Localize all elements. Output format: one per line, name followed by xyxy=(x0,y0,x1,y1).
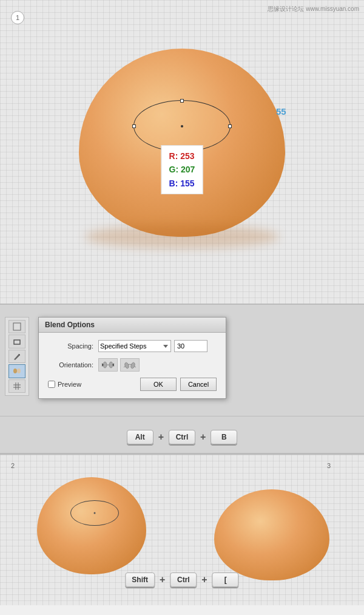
tool-grid[interactable] xyxy=(8,379,25,393)
dialog-body: Spacing: Specified Steps Specified Dista… xyxy=(39,333,226,398)
egg-2 xyxy=(32,477,150,583)
orient-align-to-page[interactable] xyxy=(98,358,118,372)
center-dot xyxy=(181,125,183,127)
plus-4: + xyxy=(201,574,207,585)
dialog-section: Blend Options Spacing: Specified Steps S… xyxy=(0,304,364,416)
handle-left xyxy=(132,124,136,128)
key-ctrl-1: Ctrl xyxy=(169,430,195,444)
preview-checkbox-group: Preview xyxy=(48,381,81,388)
ok-button[interactable]: OK xyxy=(140,378,177,391)
plus-1: + xyxy=(158,432,164,443)
svg-point-15 xyxy=(130,362,135,369)
egg-shadow xyxy=(85,225,279,249)
toolbar-strip xyxy=(5,317,29,396)
cancel-button[interactable]: Cancel xyxy=(180,378,217,391)
handle-top xyxy=(180,99,184,103)
egg-main-container: 105 55 R: 253 G: 207 B: 155 xyxy=(70,30,294,255)
color-swatch: R: 253 G: 207 B: 155 xyxy=(161,145,203,194)
shortcut-row-2: Shift + Ctrl + [ xyxy=(125,573,238,587)
color-g-value: G: 207 xyxy=(169,163,195,176)
shortcut-row-1: Alt + Ctrl + B xyxy=(0,425,364,449)
key-ctrl-2: Ctrl xyxy=(170,573,197,587)
watermark: 思缘设计论坛 www.missyuan.com xyxy=(268,5,359,13)
dialog-buttons: Preview OK Cancel xyxy=(48,378,217,391)
center-dot-2 xyxy=(93,512,95,514)
svg-rect-2 xyxy=(14,340,20,344)
blend-options-dialog: Blend Options Spacing: Specified Steps S… xyxy=(38,317,226,399)
plus-3: + xyxy=(160,574,165,585)
key-bracket: [ xyxy=(212,573,239,587)
dimension-vertical: 55 xyxy=(276,106,286,117)
svg-point-4 xyxy=(17,369,21,373)
inner-ellipse-2 xyxy=(70,500,119,526)
key-b: B xyxy=(211,430,237,444)
egg-body-2 xyxy=(37,477,146,574)
step-badge-2: 2 xyxy=(11,462,15,469)
color-b-value: B: 155 xyxy=(169,177,195,190)
svg-point-14 xyxy=(124,362,129,369)
preview-label[interactable]: Preview xyxy=(58,381,81,388)
orientation-options xyxy=(98,358,140,372)
orientation-label: Orientation: xyxy=(48,361,93,369)
svg-rect-1 xyxy=(15,324,19,329)
key-alt: Alt xyxy=(127,430,153,444)
tool-pencil[interactable] xyxy=(8,350,25,363)
spacing-row: Spacing: Specified Steps Specified Dista… xyxy=(48,340,217,352)
tool-image[interactable] xyxy=(8,320,25,333)
step-badge-1: 1 xyxy=(11,11,24,24)
tool-blend[interactable] xyxy=(8,364,25,378)
plus-2: + xyxy=(200,432,206,443)
step-badge-3: 3 xyxy=(327,462,331,469)
tool-rect[interactable] xyxy=(8,335,25,348)
egg-body-3 xyxy=(214,489,329,580)
color-r-value: R: 253 xyxy=(169,149,195,163)
spacing-label: Spacing: xyxy=(48,342,93,350)
inner-ellipse xyxy=(133,100,231,152)
steps-input[interactable] xyxy=(174,340,207,352)
svg-point-3 xyxy=(13,369,17,373)
preview-checkbox[interactable] xyxy=(48,381,55,388)
orient-align-to-path[interactable] xyxy=(120,358,140,372)
egg-body xyxy=(79,49,285,237)
orientation-row: Orientation: xyxy=(48,358,217,372)
canvas-section3: 2 Shift + Ctrl + [ 3 xyxy=(0,454,364,605)
handle-right xyxy=(228,124,232,128)
canvas-section1: 1 105 55 R: 253 G: 207 B: 155 xyxy=(0,0,364,304)
dialog-title: Blend Options xyxy=(39,318,226,333)
key-shift: Shift xyxy=(125,573,155,587)
spacing-select[interactable]: Specified Steps Specified Distance Smoot… xyxy=(98,340,171,352)
